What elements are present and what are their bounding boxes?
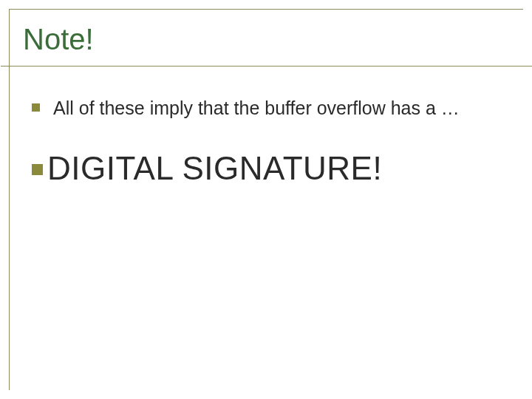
bullet-text: DIGITAL SIGNATURE! xyxy=(47,151,382,186)
bullet-icon xyxy=(32,103,40,112)
slide-content: All of these imply that the buffer overf… xyxy=(10,66,523,186)
bullet-item: All of these imply that the buffer overf… xyxy=(32,96,501,121)
title-container: Note! xyxy=(10,10,523,66)
title-underline xyxy=(1,66,532,66)
bullet-text: All of these imply that the buffer overf… xyxy=(53,96,460,121)
slide-frame: Note! All of these imply that the buffer… xyxy=(9,9,523,390)
bullet-icon xyxy=(32,164,43,175)
slide-title: Note! xyxy=(23,23,523,56)
bullet-item: DIGITAL SIGNATURE! xyxy=(32,151,501,186)
